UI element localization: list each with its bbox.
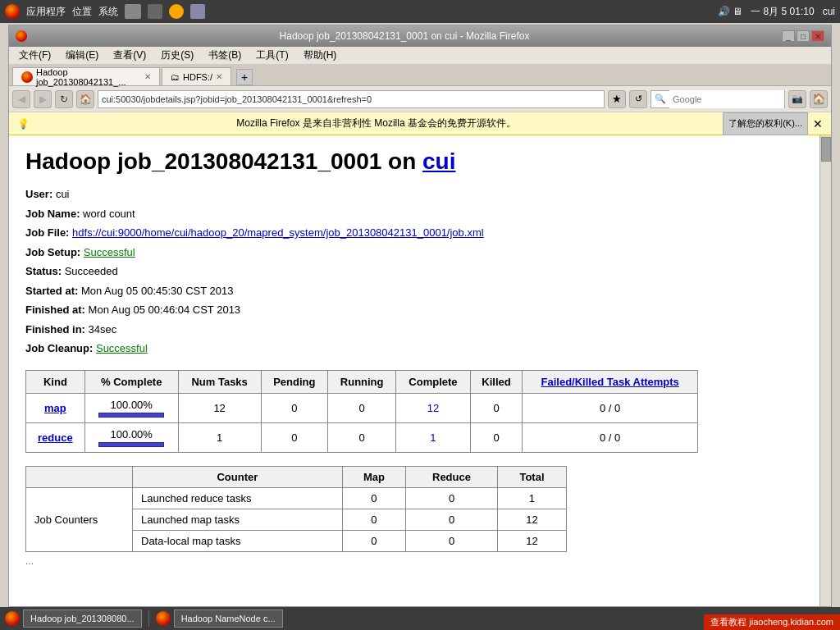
menu-tools[interactable]: 工具(T)	[249, 47, 294, 64]
os-username: cui	[823, 6, 835, 17]
search-input[interactable]	[669, 90, 784, 108]
cleanup-link[interactable]: Successful	[96, 342, 148, 354]
menu-bookmarks[interactable]: 书签(B)	[202, 47, 248, 64]
col-kind: Kind	[26, 370, 85, 393]
os-clock: 一 8月 5 01:10	[751, 5, 814, 19]
counter-total-1: 1	[497, 487, 566, 509]
taskbar-app-1[interactable]: Hadoop job_201308080...	[23, 609, 142, 628]
taskbar-firefox-icon	[5, 611, 20, 626]
url-input[interactable]	[98, 90, 605, 108]
os-icon-1	[125, 4, 141, 19]
progress-container-reduce: 100.00%	[94, 428, 170, 447]
complete-reduce-link[interactable]: 1	[430, 431, 436, 444]
os-menu-location[interactable]: 位置	[72, 5, 92, 19]
minimize-button[interactable]: _	[782, 30, 795, 42]
cleanup-label: Job Cleanup:	[25, 342, 93, 354]
progress-bar-reduce	[98, 442, 164, 447]
new-tab-button[interactable]: +	[236, 69, 253, 85]
counter-reduce-3: 0	[406, 530, 498, 551]
counter-map-2: 0	[342, 509, 405, 530]
menu-help[interactable]: 帮助(H)	[297, 47, 344, 64]
firefox-window: Hadoop job_201308042131_0001 on cui - Mo…	[8, 25, 832, 607]
os-icon-2	[148, 4, 162, 19]
menu-history[interactable]: 历史(S)	[154, 47, 200, 64]
table-row: reduce 100.00% 1 0 0 1 0 0 / 0	[26, 422, 698, 452]
status-value: Succeeded	[65, 265, 118, 277]
taskbar-right: 🔊 🖥 一 8月 5 01:10 cui	[718, 5, 835, 19]
scrollbar-thumb[interactable]	[821, 137, 831, 162]
finished-value: Mon Aug 05 00:46:04 CST 2013	[89, 304, 241, 316]
os-menu-apps[interactable]: 应用程序	[26, 5, 66, 19]
menu-edit[interactable]: 编辑(E)	[59, 47, 105, 64]
row-kind-map: map	[26, 393, 85, 422]
col-running: Running	[328, 370, 396, 393]
firefox-logo-icon	[169, 4, 184, 19]
home-button[interactable]: 🏠	[76, 90, 94, 108]
os-menu-system[interactable]: 系统	[98, 5, 118, 19]
close-button[interactable]: ✕	[811, 30, 824, 42]
row-pending-reduce: 0	[261, 422, 328, 452]
back-button[interactable]: ◀	[12, 90, 30, 108]
more-rows-indicator: ...	[25, 555, 815, 567]
counter-total-2: 12	[497, 509, 566, 530]
row-numtasks-map: 12	[178, 393, 261, 422]
counter-reduce-2: 0	[406, 509, 498, 530]
scrollbar-track	[819, 135, 831, 606]
infobar-close-icon[interactable]: ✕	[813, 117, 823, 130]
row-killed-reduce: 0	[470, 422, 523, 452]
map-link[interactable]: map	[44, 402, 66, 414]
firefox-title: Hadoop job_201308042131_0001 on cui - Mo…	[27, 30, 782, 42]
tab-icon-1	[21, 71, 33, 83]
tab-close-2[interactable]: ✕	[216, 72, 222, 81]
page-title-link[interactable]: cui	[422, 148, 455, 174]
refresh-button[interactable]: ↺	[629, 90, 647, 108]
row-percent-map: 100.00%	[84, 393, 178, 422]
menu-file[interactable]: 文件(F)	[12, 47, 57, 64]
reduce-link[interactable]: reduce	[38, 431, 73, 444]
row-kind-reduce: reduce	[26, 422, 85, 452]
progress-bar-map	[98, 413, 164, 418]
page-content[interactable]: Hadoop job_201308042131_0001 on cui User…	[9, 135, 831, 606]
jobfile-link[interactable]: hdfs://cui:9000/home/cui/hadoop_20/mapre…	[72, 226, 484, 239]
tab-hadoop-job[interactable]: Hadoop job_201308042131_... ✕	[12, 67, 160, 85]
counter-total-3: 12	[497, 530, 566, 551]
star-button[interactable]: ★	[608, 90, 626, 108]
reload-button[interactable]: ↻	[55, 90, 73, 108]
addon-button[interactable]: 📷	[788, 90, 806, 108]
user-label: User:	[25, 188, 52, 200]
search-engine-icon: 🔍	[651, 94, 669, 104]
maximize-button[interactable]: □	[797, 30, 810, 42]
home-btn2[interactable]: 🏠	[810, 90, 828, 108]
jobsetup-link[interactable]: Successful	[84, 246, 135, 258]
complete-map-link[interactable]: 12	[427, 402, 439, 414]
row-complete-map: 12	[396, 393, 471, 422]
os-taskbar-top: 应用程序 位置 系统 🔊 🖥 一 8月 5 01:10 cui	[0, 0, 840, 23]
table-row: map 100.00% 12 0 0 12 0 0 / 0	[26, 393, 698, 422]
counter-map-3: 0	[342, 530, 405, 551]
infobar-icon: 💡	[17, 118, 30, 130]
failed-killed-link[interactable]: Failed/Killed Task Attempts	[541, 376, 679, 388]
col-killed: Killed	[470, 370, 523, 393]
col-failed: Failed/Killed Task Attempts	[523, 370, 698, 393]
row-numtasks-reduce: 1	[178, 422, 261, 452]
infobar-rights-button[interactable]: 了解您的权利(K)...	[723, 112, 808, 135]
tasks-table: Kind % Complete Num Tasks Pending Runnin…	[25, 370, 698, 453]
counter-name-2: Launched map tasks	[133, 509, 343, 530]
counter-col-reduce: Reduce	[406, 466, 498, 487]
counter-col-name: Counter	[133, 466, 343, 487]
tab-close-1[interactable]: ✕	[144, 72, 151, 81]
row-running-reduce: 0	[328, 422, 396, 452]
row-pending-map: 0	[261, 393, 328, 422]
taskbar-divider	[148, 610, 149, 627]
window-controls[interactable]: _ □ ✕	[782, 30, 824, 42]
tab-hdfs[interactable]: 🗂 HDFS:/ ✕	[162, 67, 231, 85]
counters-table: Counter Map Reduce Total Job Counters La…	[25, 466, 567, 552]
forward-button[interactable]: ▶	[34, 90, 52, 108]
tab-label-2: HDFS:/	[183, 72, 212, 82]
progress-container-map: 100.00%	[94, 399, 170, 418]
started-value: Mon Aug 05 00:45:30 CST 2013	[81, 285, 234, 297]
tab-label-1: Hadoop job_201308042131_...	[36, 67, 141, 87]
counter-col-group	[26, 466, 133, 487]
taskbar-app-2[interactable]: Hadoop NameNode c...	[174, 609, 283, 628]
menu-view[interactable]: 查看(V)	[107, 47, 153, 64]
